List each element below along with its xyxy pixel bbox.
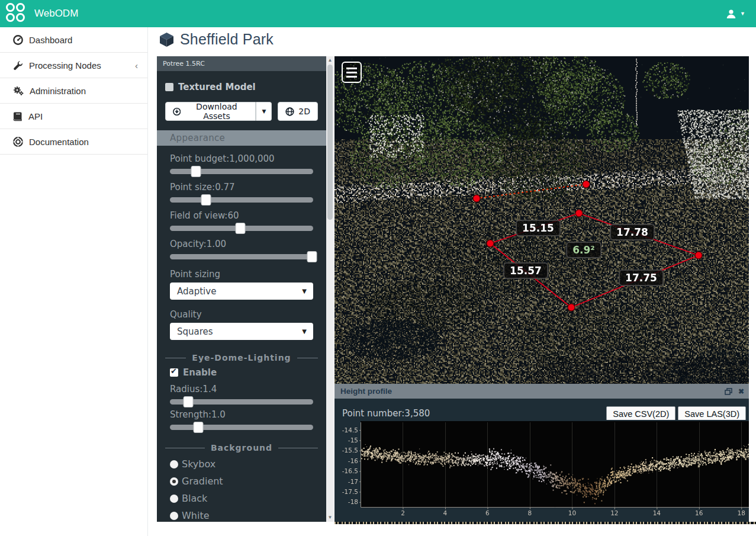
sidebar-item-processing-nodes[interactable]: Processing Nodes ‹ — [0, 53, 147, 78]
user-menu[interactable]: ▼ — [726, 9, 745, 19]
edge-measurement-label: 17.78 — [610, 224, 655, 240]
height-profile-header[interactable]: Height profile ✖ — [334, 384, 749, 399]
edl-radius-control: Radius:1.4 — [170, 384, 313, 405]
sidebar-item-administration[interactable]: Administration — [0, 78, 147, 104]
sidebar-item-label: Documentation — [29, 137, 89, 147]
opacity-slider[interactable] — [170, 254, 313, 259]
sidebar-item-label: Processing Nodes — [29, 60, 101, 70]
webodm-app: WebODM ▼ Dashboard Processing Nodes ‹ — [0, 0, 756, 536]
sidebar-item-documentation[interactable]: Documentation — [0, 129, 147, 155]
restore-window-icon[interactable] — [725, 388, 732, 395]
slider-handle[interactable] — [235, 223, 245, 234]
download-assets-dropdown-button[interactable]: ▼ — [256, 102, 272, 121]
chevron-left-icon[interactable]: ‹ — [135, 60, 138, 70]
viewer-menu-button[interactable] — [342, 62, 362, 83]
edl-strength-control: Strength:1.0 — [170, 409, 313, 430]
brand[interactable]: WebODM — [6, 3, 78, 24]
sidebar-item-label: API — [28, 111, 43, 121]
edl-radius-slider[interactable] — [170, 399, 313, 405]
slider-handle[interactable] — [307, 251, 317, 262]
edl-enable-toggle[interactable]: Enable — [170, 367, 313, 378]
textured-model-toggle[interactable]: Textured Model — [165, 82, 318, 92]
background-option-gradient[interactable]: Gradient — [170, 476, 313, 487]
sidebar-item-dashboard[interactable]: Dashboard — [0, 27, 147, 53]
height-profile-chart[interactable] — [340, 420, 749, 522]
webodm-logo-icon — [6, 3, 27, 24]
field-of-view-control: Field of view:60 — [170, 210, 313, 231]
brand-name: WebODM — [34, 8, 78, 20]
background-options: SkyboxGradientBlackWhite — [165, 458, 318, 521]
radio-icon[interactable] — [170, 512, 178, 520]
main-sidebar: Dashboard Processing Nodes ‹ — [0, 27, 148, 536]
download-icon — [173, 107, 181, 116]
scroll-down-arrow-icon[interactable]: ▼ — [326, 514, 334, 521]
quality-label: Quality — [170, 309, 313, 320]
cube-icon — [159, 31, 175, 47]
height-profile-panel: Height profile ✖ Point number:3,580 Save… — [334, 384, 749, 522]
slider-handle[interactable] — [184, 396, 194, 407]
life-ring-icon — [13, 137, 23, 147]
background-option-white[interactable]: White — [170, 510, 313, 521]
cogs-icon — [13, 86, 24, 96]
chevron-down-icon: ▼ — [740, 11, 745, 17]
dashboard-icon — [13, 35, 23, 45]
quality-select[interactable]: Squares ▼ — [170, 323, 313, 340]
sidebar-item-api[interactable]: API — [0, 104, 147, 129]
radio-icon[interactable] — [170, 460, 178, 468]
point-cloud-viewer[interactable]: 15.1517.786.9²15.5717.75 Height profile … — [334, 56, 749, 522]
potree-version-header: Potree 1.5RC — [157, 56, 326, 71]
scrollbar-thumb[interactable] — [327, 65, 333, 220]
download-assets-button[interactable]: Download Assets — [165, 102, 256, 121]
background-option-black[interactable]: Black — [170, 493, 313, 504]
textured-model-checkbox[interactable] — [165, 83, 173, 91]
area-measurement-label: 6.9² — [566, 242, 601, 258]
page-title: Sheffield Park — [159, 31, 274, 48]
point-budget-slider[interactable] — [170, 169, 313, 174]
edl-strength-slider[interactable] — [170, 425, 313, 430]
height-profile-body: Point number:3,580 Save CSV(2D) Save LAS… — [334, 399, 749, 522]
wrench-icon — [13, 60, 23, 70]
point-size-slider[interactable] — [170, 197, 313, 203]
globe-icon — [285, 107, 294, 116]
appearance-section-header: Appearance — [157, 130, 326, 146]
point-sizing-select[interactable]: Adaptive ▼ — [170, 283, 313, 300]
potree-settings-panel: Potree 1.5RC Textured Model Download Ass… — [157, 56, 326, 522]
radio-icon[interactable] — [170, 495, 178, 503]
book-icon — [13, 111, 22, 121]
slider-handle[interactable] — [191, 166, 201, 177]
point-budget-control: Point budget:1,000,000 — [170, 153, 313, 174]
background-section: Background SkyboxGradientBlackWhite — [165, 443, 318, 521]
radio-icon[interactable] — [170, 477, 178, 486]
edge-measurement-label: 15.15 — [516, 220, 561, 236]
edge-measurement-label: 17.75 — [619, 269, 664, 286]
point-sizing-label: Point sizing — [170, 269, 313, 280]
field-of-view-slider[interactable] — [170, 226, 313, 231]
chevron-down-icon: ▼ — [302, 288, 307, 294]
slider-handle[interactable] — [201, 194, 211, 206]
background-option-skybox[interactable]: Skybox — [170, 458, 313, 470]
point-size-control: Point size:0.77 — [170, 182, 313, 203]
potree-panel-scrollbar[interactable]: ▲ ▼ — [326, 56, 334, 522]
sidebar-item-label: Administration — [30, 86, 86, 96]
point-number: Point number:3,580 — [342, 408, 430, 419]
chevron-down-icon: ▼ — [302, 328, 307, 335]
scroll-up-arrow-icon[interactable]: ▲ — [326, 57, 334, 64]
user-icon — [726, 9, 736, 19]
asset-buttons-row: Download Assets ▼ 2D — [165, 102, 318, 121]
view-2d-button[interactable]: 2D — [278, 102, 318, 121]
opacity-control: Opacity:1.00 — [170, 239, 313, 259]
top-navbar: WebODM ▼ — [0, 0, 756, 27]
slider-handle[interactable] — [194, 422, 204, 433]
eye-dome-lighting-section: Eye-Dome-Lighting Enable Radius:1.4 Stre… — [165, 353, 318, 430]
edl-enable-checkbox[interactable] — [170, 368, 178, 377]
sidebar-item-label: Dashboard — [29, 35, 72, 45]
edge-measurement-label: 15.57 — [503, 262, 548, 279]
close-icon[interactable]: ✖ — [738, 387, 744, 396]
height-profile-title: Height profile — [340, 387, 392, 396]
clipped-content-strip — [334, 522, 756, 524]
